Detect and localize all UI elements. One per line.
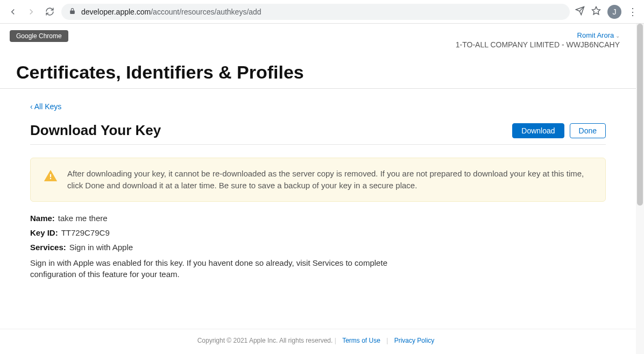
name-value: take me there — [58, 214, 108, 223]
browser-window: developer.apple.com/account/resources/au… — [0, 0, 644, 354]
warning-text: After downloading your key, it cannot be… — [67, 168, 592, 192]
forward-button[interactable] — [25, 5, 38, 18]
services-label: Services: — [30, 243, 66, 252]
detail-services-row: Services: Sign in with Apple — [30, 243, 606, 252]
account-header: Romit Arora 1-TO-ALL COMPANY LIMITED - W… — [0, 24, 636, 62]
name-label: Name: — [30, 214, 55, 223]
page-title: Certificates, Identifiers & Profiles — [0, 62, 636, 89]
browser-menu-icon[interactable]: ⋮ — [628, 6, 638, 18]
page-content: Google Chrome Romit Arora 1-TO-ALL COMPA… — [0, 24, 644, 354]
address-bar[interactable]: developer.apple.com/account/resources/au… — [61, 4, 570, 20]
terms-link[interactable]: Terms of Use — [342, 337, 380, 344]
detail-name-row: Name: take me there — [30, 214, 606, 223]
keyid-value: TT729C79C9 — [61, 228, 110, 237]
keyid-label: Key ID: — [30, 228, 58, 237]
url-text: developer.apple.com/account/resources/au… — [81, 8, 261, 16]
send-icon[interactable] — [575, 6, 585, 18]
bookmark-star-icon[interactable] — [591, 6, 601, 18]
key-details: Name: take me there Key ID: TT729C79C9 S… — [30, 214, 606, 281]
action-buttons: Download Done — [512, 123, 606, 138]
lock-icon — [69, 8, 76, 16]
download-button[interactable]: Download — [512, 123, 564, 138]
copyright-text: Copyright © 2021 Apple Inc. All rights r… — [197, 337, 333, 344]
account-name-dropdown[interactable]: Romit Arora — [456, 31, 620, 39]
chrome-tooltip: Google Chrome — [10, 30, 68, 42]
back-button[interactable] — [6, 5, 19, 18]
detail-keyid-row: Key ID: TT729C79C9 — [30, 228, 606, 237]
reload-button[interactable] — [43, 5, 56, 18]
svg-marker-0 — [592, 6, 600, 14]
profile-avatar[interactable]: J — [607, 5, 621, 19]
back-all-keys-link[interactable]: ‹ All Keys — [30, 102, 61, 111]
team-name: 1-TO-ALL COMPANY LIMITED - WWJB6NCAHY — [456, 40, 620, 49]
done-button[interactable]: Done — [570, 123, 606, 138]
browser-toolbar: developer.apple.com/account/resources/au… — [0, 0, 644, 24]
scrollbar[interactable] — [636, 24, 644, 354]
scrollbar-thumb[interactable] — [637, 24, 643, 206]
page-footer: Copyright © 2021 Apple Inc. All rights r… — [0, 329, 636, 344]
services-note: Sign in with Apple was enabled for this … — [30, 257, 396, 281]
warning-icon — [44, 169, 58, 183]
privacy-link[interactable]: Privacy Policy — [394, 337, 435, 344]
subheader-title: Download Your Key — [30, 122, 161, 139]
warning-banner: After downloading your key, it cannot be… — [30, 158, 606, 202]
services-value: Sign in with Apple — [69, 243, 133, 252]
